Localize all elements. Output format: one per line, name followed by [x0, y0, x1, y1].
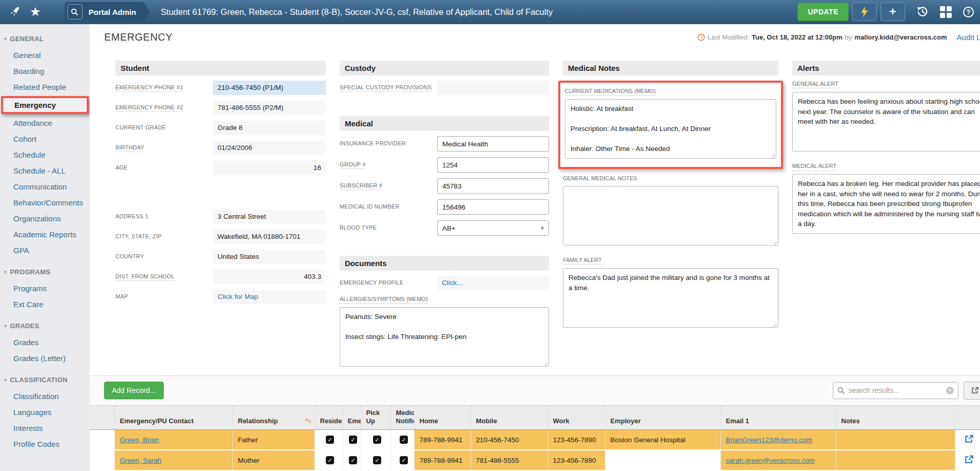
- checkbox-checked-icon[interactable]: ✓: [326, 436, 334, 444]
- clear-search-icon[interactable]: ✕: [946, 387, 954, 394]
- general-medical-notes-memo[interactable]: [563, 186, 778, 246]
- checkbox-checked-icon[interactable]: ✓: [400, 436, 408, 444]
- add-record-topbar-button[interactable]: +: [880, 3, 905, 21]
- sidebar-item-behavior-comments[interactable]: Behavior/Comments: [0, 195, 90, 211]
- mobile-phone-cell[interactable]: 781-486-5555: [471, 450, 547, 470]
- notes-column-header[interactable]: Notes: [836, 405, 955, 430]
- contact-link[interactable]: Green, Brian: [120, 436, 160, 444]
- emergency-phone-2-value[interactable]: 781-486-5555 (P2/M): [213, 101, 326, 115]
- work-phone-cell[interactable]: 123-456-7890: [547, 430, 605, 450]
- sidebar-header-general[interactable]: ▾GENERAL: [0, 30, 90, 47]
- group-number-input[interactable]: [437, 157, 549, 173]
- open-results-in-window-button[interactable]: [964, 382, 980, 400]
- employer-cell[interactable]: [605, 450, 720, 470]
- relationship-cell[interactable]: Mother: [232, 450, 315, 470]
- sidebar-item-profile-codes[interactable]: Profile Codes: [0, 436, 90, 452]
- sidebar-item-interests[interactable]: Interests: [0, 420, 90, 436]
- sidebar-item-communication[interactable]: Communication: [0, 179, 90, 195]
- current-medications-memo[interactable]: Holistic: At breakfast Prescription: At …: [565, 99, 776, 159]
- family-alert-memo[interactable]: Rebecca's Dad just joined the military a…: [563, 268, 778, 328]
- open-record-popout-icon[interactable]: [964, 455, 974, 464]
- sidebar-item-programs[interactable]: Programs: [0, 280, 90, 296]
- resident-column-header[interactable]: Resident: [315, 405, 342, 430]
- insurance-provider-input[interactable]: [437, 136, 549, 152]
- sidebar-header-classification[interactable]: ▾CLASSIFICATION: [0, 371, 90, 388]
- email-link[interactable]: sarah.green@veracross.com: [726, 457, 815, 464]
- add-record-button[interactable]: Add Record...: [104, 382, 164, 399]
- relationship-column-header[interactable]: ^1Relationship: [232, 405, 315, 430]
- sidebar-item-boarding[interactable]: Boarding: [0, 63, 90, 79]
- checkbox-checked-icon[interactable]: ✓: [373, 456, 381, 464]
- medical-panel-title: Medical: [340, 116, 549, 131]
- contact-column-header[interactable]: Emergency/PU Contact: [114, 405, 232, 430]
- email-1-column-header[interactable]: Email 1: [720, 405, 836, 430]
- work-column-header[interactable]: Work: [547, 405, 605, 430]
- checkbox-checked-icon[interactable]: ✓: [349, 436, 357, 444]
- work-phone-cell[interactable]: 123-456-7890: [547, 450, 605, 470]
- favorites-star-icon[interactable]: ★: [30, 6, 41, 18]
- click-for-map-link[interactable]: Click for Map: [218, 293, 258, 300]
- general-alert-memo[interactable]: Rebecca has been feeling anxious about s…: [792, 92, 980, 152]
- sidebar-item-ext-care[interactable]: Ext Care: [0, 296, 90, 312]
- employer-cell[interactable]: Boston General Hospital: [605, 430, 720, 450]
- sidebar-item-emergency[interactable]: Emergency: [3, 98, 87, 112]
- mobile-phone-cell[interactable]: 210-456-7450: [471, 430, 547, 450]
- age-label: AGE: [115, 164, 213, 172]
- emergency-profile-click-link[interactable]: Click...: [442, 279, 463, 287]
- sidebar-item-general[interactable]: General: [0, 47, 90, 63]
- checkbox-checked-icon[interactable]: ✓: [326, 456, 334, 464]
- medical-id-number-input[interactable]: [437, 199, 549, 215]
- allergies-symptoms-label: ALLERGIES/SYMPTOMS (MEMO): [340, 296, 549, 304]
- search-button[interactable]: [67, 4, 83, 20]
- home-phone-cell[interactable]: 789-788-9941: [414, 430, 471, 450]
- special-custody-provisions-value[interactable]: [437, 81, 549, 95]
- contact-link[interactable]: Green, Sarah: [120, 457, 162, 464]
- sidebar-item-academic-reports[interactable]: Academic Reports: [0, 227, 90, 242]
- mobile-column-header[interactable]: Mobile: [471, 405, 547, 430]
- checkbox-checked-icon[interactable]: ✓: [400, 456, 408, 464]
- sidebar-header-programs[interactable]: ▾PROGRAMS: [0, 263, 90, 280]
- emergency-column-header[interactable]: Emergency: [342, 405, 361, 430]
- notes-cell[interactable]: [836, 430, 955, 450]
- sidebar-item-organizations[interactable]: Organizations: [0, 211, 90, 227]
- history-button[interactable]: [916, 6, 929, 18]
- sidebar-item-schedule-all[interactable]: Schedule - ALL: [0, 163, 90, 179]
- sidebar-header-grades[interactable]: ▾GRADES: [0, 317, 90, 334]
- relationship-cell[interactable]: Father: [232, 430, 315, 450]
- notes-cell[interactable]: [836, 450, 955, 470]
- sidebar-item-gpa[interactable]: GPA: [0, 242, 90, 258]
- email-link[interactable]: BrianGreen123@demo.com: [726, 436, 812, 444]
- sidebar-item-languages[interactable]: Languages: [0, 404, 90, 420]
- sidebar-item-cohort[interactable]: Cohort: [0, 131, 90, 147]
- employer-column-header[interactable]: Employer: [605, 405, 720, 430]
- checkbox-checked-icon[interactable]: ✓: [349, 456, 357, 464]
- subscriber-number-input[interactable]: [437, 178, 549, 194]
- search-results-input[interactable]: [849, 386, 943, 394]
- sidebar-item-attendance[interactable]: Attendance: [0, 115, 90, 131]
- quick-actions-button[interactable]: [852, 3, 877, 21]
- allergies-symptoms-memo[interactable]: Peanuts: Severe Insect stings: Life Thre…: [340, 307, 549, 367]
- sidebar-item-grades[interactable]: Grades: [0, 334, 90, 350]
- emergency-phone-1-value[interactable]: 210-456-7450 (P1/M): [213, 81, 326, 95]
- sidebar-item-grades-letter[interactable]: Grades (Letter): [0, 350, 90, 366]
- sidebar-item-classification[interactable]: Classification: [0, 388, 90, 404]
- resident-checkbox-cell: ✓: [315, 450, 342, 470]
- update-button[interactable]: UPDATE: [797, 3, 849, 21]
- open-record-popout-icon[interactable]: [964, 434, 974, 444]
- home-phone-cell[interactable]: 789-788-9941: [414, 450, 471, 470]
- audit-log-link[interactable]: Audit Log: [957, 33, 980, 42]
- medical-notifications-column-header[interactable]: Medical Notifications: [390, 405, 414, 430]
- veracross-rocket-logo-icon[interactable]: [7, 5, 23, 18]
- breadcrumb-portal-admin[interactable]: Portal Admin: [83, 8, 143, 16]
- sidebar-item-related-people[interactable]: Related People: [0, 79, 90, 95]
- checkbox-checked-icon[interactable]: ✓: [373, 436, 381, 444]
- home-column-header[interactable]: Home: [414, 405, 471, 430]
- medical-alert-memo[interactable]: Rebecca has a broken leg. Her medical pr…: [792, 174, 980, 234]
- help-button[interactable]: ?: [963, 7, 974, 17]
- apps-menu-button[interactable]: [940, 6, 952, 18]
- sidebar-item-schedule[interactable]: Schedule: [0, 147, 90, 163]
- blood-type-select[interactable]: AB+▾: [437, 220, 549, 236]
- plus-icon: +: [890, 6, 896, 17]
- birthday-value[interactable]: 01/24/2006: [213, 141, 326, 155]
- pick-up-column-header[interactable]: Pick Up: [361, 405, 390, 430]
